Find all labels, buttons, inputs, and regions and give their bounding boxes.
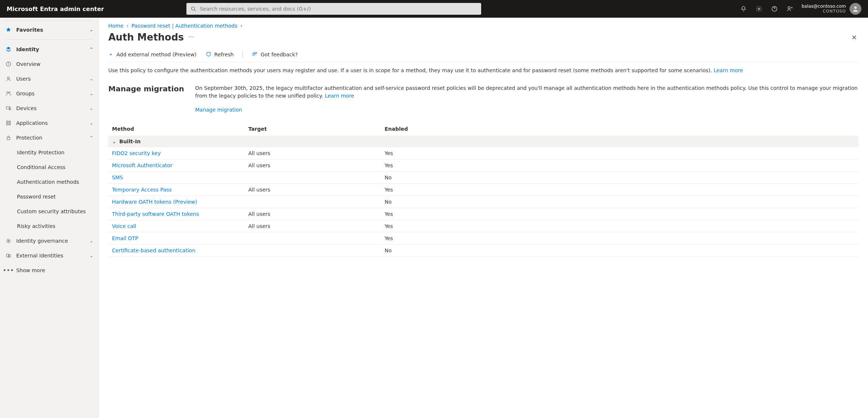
refresh-button[interactable]: Refresh (206, 51, 234, 58)
sidebar-item-show-more[interactable]: ••• Show more (0, 263, 98, 278)
method-link[interactable]: Hardware OATH tokens (Preview) (112, 199, 197, 205)
help-icon[interactable] (771, 5, 778, 13)
breadcrumb-password-reset[interactable]: Password reset | Authentication methods (132, 23, 238, 29)
svg-rect-13 (9, 108, 11, 110)
table-row[interactable]: Email OTPYes (108, 232, 858, 245)
sidebar-item-overview[interactable]: Overview (0, 57, 98, 71)
global-search[interactable] (186, 3, 481, 15)
search-icon (190, 6, 197, 12)
chevron-down-icon: ⌄ (90, 106, 93, 111)
svg-point-5 (854, 6, 857, 9)
col-enabled[interactable]: Enabled (381, 123, 858, 136)
refresh-icon (206, 51, 211, 58)
sidebar-item-password-reset[interactable]: Password reset (0, 189, 98, 204)
policy-description: Use this policy to configure the authent… (108, 67, 858, 74)
col-method[interactable]: Method (108, 123, 245, 136)
sidebar-item-protection[interactable]: Protection ⌃ (0, 130, 98, 145)
migration-text: On September 30th, 2025, the legacy mult… (195, 85, 858, 98)
table-row[interactable]: Third-party software OATH tokensAll user… (108, 208, 858, 220)
col-target[interactable]: Target (245, 123, 381, 136)
learn-more-link[interactable]: Learn more (714, 67, 743, 73)
enabled-cell: No (381, 172, 858, 184)
sidebar: Favorites ⌄ Identity ⌃ Overview Users ⌄ … (0, 18, 99, 418)
svg-point-11 (9, 92, 10, 93)
table-row[interactable]: SMSNo (108, 172, 858, 184)
chevron-up-icon: ⌃ (90, 47, 93, 52)
svg-point-2 (758, 8, 760, 10)
manage-migration-title: Manage migration (108, 84, 184, 93)
notifications-icon[interactable] (740, 5, 747, 13)
chevron-right-icon: › (240, 23, 242, 29)
info-icon (5, 61, 12, 67)
sidebar-item-authentication-methods[interactable]: Authentication methods (0, 175, 98, 189)
table-row[interactable]: Microsoft AuthenticatorAll usersYes (108, 159, 858, 172)
enabled-cell: Yes (381, 232, 858, 245)
apps-icon (5, 120, 12, 126)
sidebar-label: Devices (16, 105, 85, 111)
migration-learn-more-link[interactable]: Learn more (325, 93, 354, 99)
star-icon (5, 27, 12, 33)
sidebar-item-devices[interactable]: Devices ⌄ (0, 101, 98, 116)
method-link[interactable]: Certificate-based authentication (112, 247, 195, 253)
breadcrumb: Home › Password reset | Authentication m… (108, 23, 858, 29)
desc-text: Use this policy to configure the authent… (108, 67, 714, 73)
svg-point-10 (7, 92, 8, 93)
svg-point-0 (192, 7, 195, 10)
table-row[interactable]: FIDO2 security keyAll usersYes (108, 147, 858, 159)
table-group-builtin[interactable]: ⌄Built-In (108, 136, 858, 147)
sidebar-item-risky-activities[interactable]: Risky activities (0, 219, 98, 233)
method-link[interactable]: Microsoft Authenticator (112, 162, 172, 168)
target-cell: All users (245, 147, 381, 159)
table-row[interactable]: Hardware OATH tokens (Preview)No (108, 196, 858, 208)
close-icon[interactable]: ✕ (850, 32, 858, 43)
feedback-icon[interactable] (786, 5, 794, 13)
target-cell (245, 196, 381, 208)
divider (108, 62, 858, 62)
table-row[interactable]: Voice callAll usersYes (108, 220, 858, 232)
sidebar-label: Applications (16, 120, 85, 126)
manage-migration-link[interactable]: Manage migration (195, 106, 858, 113)
method-link[interactable]: FIDO2 security key (112, 150, 161, 156)
sidebar-section-identity[interactable]: Identity ⌃ (0, 42, 98, 57)
account-control[interactable]: balas@contoso.com CONTOSO (802, 3, 861, 15)
svg-rect-22 (8, 255, 10, 257)
sidebar-item-conditional-access[interactable]: Conditional Access (0, 160, 98, 175)
sidebar-label: Custom security attributes (17, 208, 93, 214)
plus-icon: ＋ (108, 51, 113, 58)
content-pane: Home › Password reset | Authentication m… (99, 18, 868, 418)
feedback-button[interactable]: Got feedback? (252, 51, 298, 58)
chevron-down-icon: ⌄ (90, 120, 93, 126)
method-link[interactable]: Temporary Access Pass (112, 187, 172, 193)
method-link[interactable]: SMS (112, 175, 123, 180)
svg-point-23 (253, 53, 255, 54)
sidebar-item-external-identities[interactable]: External Identities ⌄ (0, 248, 98, 263)
table-row[interactable]: Temporary Access PassAll usersYes (108, 184, 858, 196)
target-cell (245, 232, 381, 245)
sidebar-item-custom-security-attributes[interactable]: Custom security attributes (0, 204, 98, 219)
cmd-label: Got feedback? (260, 52, 298, 57)
table-row[interactable]: Certificate-based authenticationNo (108, 245, 858, 257)
cmd-label: Add external method (Preview) (116, 52, 197, 57)
search-input[interactable] (200, 6, 477, 12)
sidebar-item-users[interactable]: Users ⌄ (0, 71, 98, 86)
more-actions-icon[interactable]: ··· (188, 34, 194, 40)
add-external-method-button[interactable]: ＋ Add external method (Preview) (108, 51, 197, 58)
sidebar-label: Conditional Access (17, 164, 93, 170)
method-link[interactable]: Email OTP (112, 235, 138, 241)
method-link[interactable]: Voice call (112, 223, 136, 229)
settings-icon[interactable] (755, 5, 763, 13)
sidebar-item-groups[interactable]: Groups ⌄ (0, 86, 98, 101)
user-tenant: CONTOSO (823, 9, 846, 14)
method-link[interactable]: Third-party software OATH tokens (112, 211, 199, 217)
breadcrumb-home[interactable]: Home (108, 23, 123, 29)
external-icon (5, 252, 12, 259)
sidebar-item-applications[interactable]: Applications ⌄ (0, 116, 98, 130)
sidebar-label: Identity governance (16, 238, 85, 244)
svg-rect-15 (9, 121, 10, 123)
enabled-cell: Yes (381, 208, 858, 220)
sidebar-item-identity-governance[interactable]: Identity governance ⌄ (0, 233, 98, 248)
sidebar-item-identity-protection[interactable]: Identity Protection (0, 145, 98, 160)
sidebar-section-favorites[interactable]: Favorites ⌄ (0, 22, 98, 37)
enabled-cell: No (381, 245, 858, 257)
svg-point-4 (788, 7, 790, 9)
